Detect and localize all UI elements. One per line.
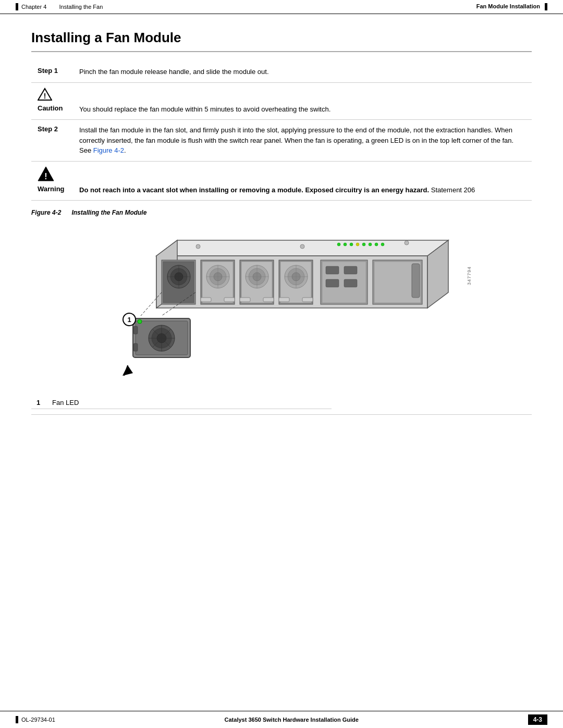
warning-icon-row: ! <box>31 161 532 184</box>
caution-icon-row: ! <box>31 82 532 103</box>
svg-point-57 <box>356 243 359 246</box>
svg-text:!: ! <box>44 172 47 181</box>
figure-section: Figure 4-2 Installing the Fan Module 347… <box>31 206 532 415</box>
fan-module-illustration: 1 <box>104 225 459 376</box>
figure-caption: Figure 4-2 Installing the Fan Module <box>31 206 532 219</box>
svg-point-60 <box>375 243 378 246</box>
step2-text-after: . <box>124 146 126 154</box>
legend-label: Fan LED <box>47 397 332 409</box>
step2-text: Install the fan module in the fan slot, … <box>79 126 513 154</box>
caution-icon-cell: ! <box>31 82 73 103</box>
svg-point-58 <box>362 243 365 246</box>
figure-link[interactable]: Figure 4-2 <box>93 146 124 154</box>
header-right-label: Fan Module Installation <box>476 3 540 9</box>
caution-triangle-icon: ! <box>38 87 52 102</box>
legend-row: 1 Fan LED <box>31 397 332 409</box>
svg-point-55 <box>344 243 347 246</box>
footer-center: Catalyst 3650 Switch Hardware Installati… <box>225 717 359 723</box>
step2-row: Step 2 Install the fan module in the fan… <box>31 120 532 162</box>
warning-label: Warning <box>31 184 73 201</box>
svg-point-51 <box>196 244 200 249</box>
figure-caption-title: Installing the Fan Module <box>71 209 146 216</box>
caution-row: Caution You should replace the fan modul… <box>31 103 532 120</box>
figure-caption-label: Figure 4-2 <box>31 209 61 216</box>
footer-bar-icon <box>16 716 18 723</box>
svg-point-52 <box>300 244 304 249</box>
warning-normal-text: Statement 206 <box>429 186 475 194</box>
svg-point-56 <box>350 243 353 246</box>
legend-table: 1 Fan LED <box>31 397 332 409</box>
header-bar-icon <box>16 3 18 10</box>
svg-rect-47 <box>344 279 357 287</box>
warning-row: Warning Do not reach into a vacant slot … <box>31 184 532 201</box>
svg-point-53 <box>405 241 409 245</box>
figure-watermark: 347794 <box>467 266 472 285</box>
warning-icon-spacer <box>73 161 532 184</box>
header-chapter: Chapter 4 <box>21 4 46 10</box>
svg-rect-32 <box>263 298 274 302</box>
svg-rect-40 <box>279 298 289 302</box>
legend-num: 1 <box>31 397 47 409</box>
warning-bold-text: Do not reach into a vacant slot when ins… <box>79 186 429 194</box>
page-header: Chapter 4 Installing the Fan Fan Module … <box>0 0 563 14</box>
svg-rect-73 <box>133 326 138 334</box>
caution-label-cell <box>73 82 532 103</box>
steps-table: Step 1 Pinch the fan module release hand… <box>31 61 532 201</box>
header-right-bar-icon <box>545 3 547 10</box>
svg-point-54 <box>337 243 340 246</box>
step2-content: Install the fan module in the fan slot, … <box>73 120 532 162</box>
warning-triangle-icon: ! <box>38 166 54 182</box>
svg-point-61 <box>381 243 384 246</box>
step2-label: Step 2 <box>31 120 73 162</box>
header-right: Fan Module Installation <box>476 3 547 10</box>
warning-content: Do not reach into a vacant slot when ins… <box>73 184 532 201</box>
svg-rect-31 <box>240 298 250 302</box>
footer-left: OL-29734-01 <box>16 716 55 723</box>
header-left: Chapter 4 Installing the Fan <box>16 3 103 10</box>
header-chapter-label: Installing the Fan <box>59 4 103 10</box>
svg-rect-50 <box>412 264 420 298</box>
main-content: Installing a Fan Module Step 1 Pinch the… <box>0 14 563 436</box>
footer-doc-num: OL-29734-01 <box>21 717 55 723</box>
svg-text:1: 1 <box>127 316 131 324</box>
svg-text:!: ! <box>44 92 46 100</box>
warning-icon-cell: ! <box>31 161 73 184</box>
caution-label: Caution <box>31 103 73 120</box>
svg-rect-46 <box>326 279 339 287</box>
svg-rect-22 <box>201 298 211 302</box>
svg-rect-44 <box>326 266 339 274</box>
step1-row: Step 1 Pinch the fan module release hand… <box>31 61 532 82</box>
svg-rect-23 <box>224 298 235 302</box>
svg-point-59 <box>369 243 372 246</box>
svg-rect-74 <box>133 343 138 351</box>
svg-rect-41 <box>302 298 313 302</box>
svg-rect-45 <box>344 266 357 274</box>
caution-content: You should replace the fan module within… <box>73 103 532 120</box>
figure-image: 347794 <box>104 225 459 391</box>
step1-content: Pinch the fan module release handle, and… <box>73 61 532 82</box>
footer-page-num: 4-3 <box>528 714 547 725</box>
svg-point-75 <box>138 319 142 324</box>
page-footer: OL-29734-01 Catalyst 3650 Switch Hardwar… <box>0 711 563 728</box>
step1-label: Step 1 <box>31 61 73 82</box>
header-chapter-separator <box>50 4 56 10</box>
page-title: Installing a Fan Module <box>31 30 532 52</box>
